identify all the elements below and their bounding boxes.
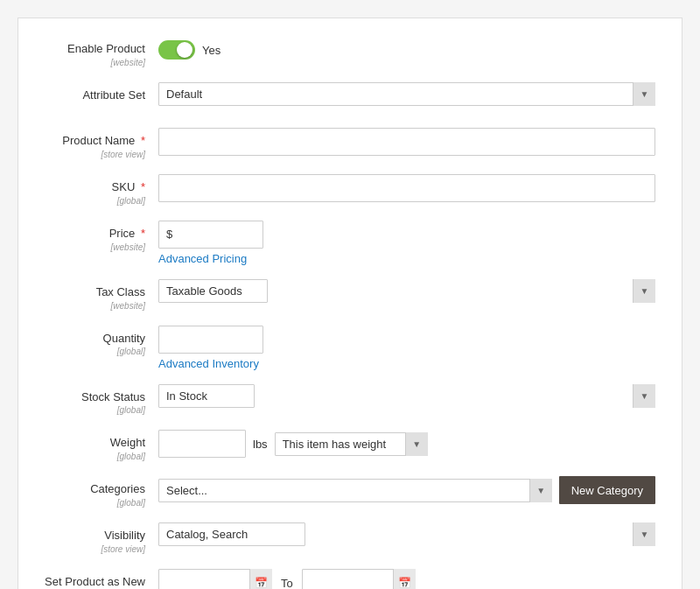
product-name-required: * (141, 134, 145, 147)
visibility-row: Visibility [store view] Catalog, Search … (45, 522, 655, 555)
quantity-field: Advanced Inventory (158, 326, 655, 370)
stock-status-row: Stock Status [global] In Stock Out of St… (45, 384, 655, 417)
price-row: Price * [website] Advanced Pricing (45, 221, 655, 265)
product-form: Enable Product [website] Yes Attribute S… (18, 18, 682, 589)
categories-select-wrapper: Select... ▼ (158, 479, 552, 502)
tax-class-arrow-icon: ▼ (633, 279, 655, 303)
weight-type-select-wrapper: This item has weight This item has no we… (275, 432, 428, 456)
stock-status-select-wrapper: In Stock Out of Stock ▼ (158, 384, 655, 408)
weight-label: Weight [global] (45, 430, 158, 462)
enable-product-label: Enable Product [website] (45, 36, 158, 68)
set-product-new-field: 📅 To 📅 (158, 569, 655, 589)
toggle-knob (177, 42, 192, 58)
stock-status-arrow-icon: ▼ (633, 384, 655, 408)
to-label: To (281, 577, 293, 589)
enable-product-value: Yes (202, 44, 220, 57)
weight-row: Weight [global] lbs This item has weight… (45, 430, 655, 462)
sku-input[interactable] (158, 174, 655, 202)
categories-field: Select... ▼ New Category (158, 476, 655, 504)
product-name-row: Product Name * [store view] (45, 128, 655, 160)
date-to-wrapper: 📅 (302, 569, 416, 589)
enable-product-row: Enable Product [website] Yes (45, 36, 655, 68)
categories-label: Categories [global] (45, 476, 158, 508)
visibility-field: Catalog, Search Catalog Search Not Visib… (158, 522, 655, 546)
price-field: Advanced Pricing (158, 221, 655, 265)
product-name-input[interactable] (158, 128, 655, 156)
attribute-set-select[interactable]: Default (158, 82, 655, 106)
quantity-input[interactable] (158, 326, 263, 354)
quantity-label: Quantity [global] (45, 326, 158, 358)
price-input[interactable] (158, 221, 263, 249)
date-from-wrapper: 📅 (158, 569, 272, 589)
attribute-set-row: Attribute Set Default ▼ (45, 82, 655, 114)
categories-row: Categories [global] Select... ▼ New Cate… (45, 476, 655, 508)
sku-label: SKU * [global] (45, 174, 158, 207)
new-category-button[interactable]: New Category (559, 476, 655, 504)
sku-row: SKU * [global] (45, 174, 655, 207)
stock-status-field: In Stock Out of Stock ▼ (158, 384, 655, 408)
calendar-to-icon[interactable]: 📅 (393, 569, 416, 589)
stock-status-label: Stock Status [global] (45, 384, 158, 417)
set-product-new-row: Set Product as New From [website] 📅 To 📅 (45, 569, 655, 589)
weight-unit: lbs (253, 438, 268, 451)
attribute-set-field: Default ▼ (158, 82, 655, 106)
set-product-new-label: Set Product as New From [website] (45, 569, 158, 589)
attribute-set-select-wrapper: Default ▼ (158, 82, 655, 106)
price-label: Price * [website] (45, 221, 158, 253)
weight-field: lbs This item has weight This item has n… (158, 430, 655, 458)
visibility-label: Visibility [store view] (45, 522, 158, 555)
quantity-row: Quantity [global] Advanced Inventory (45, 326, 655, 370)
categories-select[interactable]: Select... (158, 479, 552, 502)
sku-required: * (141, 180, 145, 193)
advanced-pricing-link[interactable]: Advanced Pricing (158, 252, 655, 265)
enable-product-field: Yes (158, 36, 655, 60)
attribute-set-label: Attribute Set (45, 82, 158, 103)
product-name-field (158, 128, 655, 156)
tax-class-row: Tax Class [website] Taxable Goods None ▼ (45, 279, 655, 312)
tax-class-select[interactable]: Taxable Goods None (158, 279, 268, 303)
visibility-select-wrapper: Catalog, Search Catalog Search Not Visib… (158, 522, 655, 546)
visibility-select[interactable]: Catalog, Search Catalog Search Not Visib… (158, 522, 305, 546)
weight-input[interactable] (158, 430, 246, 458)
price-required: * (141, 227, 145, 240)
calendar-from-icon[interactable]: 📅 (249, 569, 272, 589)
stock-status-select[interactable]: In Stock Out of Stock (158, 384, 255, 408)
tax-class-label: Tax Class [website] (45, 279, 158, 312)
enable-product-toggle[interactable] (158, 40, 195, 60)
weight-type-select[interactable]: This item has weight This item has no we… (275, 432, 428, 456)
advanced-inventory-link[interactable]: Advanced Inventory (158, 357, 655, 370)
tax-class-field: Taxable Goods None ▼ (158, 279, 655, 303)
sku-field (158, 174, 655, 202)
visibility-arrow-icon: ▼ (633, 522, 655, 546)
tax-class-select-wrapper: Taxable Goods None ▼ (158, 279, 655, 303)
product-name-label: Product Name * [store view] (45, 128, 158, 160)
